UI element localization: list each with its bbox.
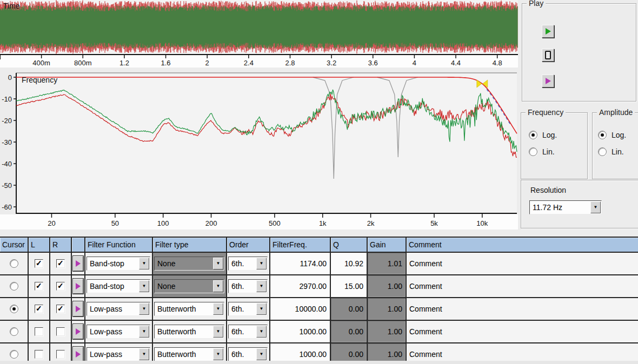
radio-icon	[598, 147, 607, 156]
left-checkbox[interactable]	[35, 282, 43, 291]
row-play-button[interactable]	[73, 347, 83, 362]
filter-freq-cell[interactable]: 2970.00	[270, 275, 331, 297]
resolution-select[interactable]: 11.72 Hz ▼	[529, 200, 602, 214]
frequency-scale-radio-log[interactable]: Log.	[529, 131, 557, 139]
play-icon-magenta	[76, 328, 81, 335]
frequency-spectrum-plot[interactable]: 0-10-20-30-40-50-6020501002005001k2k5k10…	[0, 69, 518, 231]
freq-axis-tick: 5k	[430, 219, 438, 227]
order-cell: 6th.▼	[227, 253, 270, 274]
play-icon-green	[546, 28, 551, 35]
freq-axis-tick: 500	[269, 219, 281, 227]
filter-type-select[interactable]: Butterworth▼	[154, 347, 224, 361]
row-play-button[interactable]	[73, 301, 83, 316]
frequency-scale-radio-lin[interactable]: Lin.	[529, 147, 557, 156]
filter-function-cell: Band-stop▼	[85, 253, 153, 274]
frequency-scale-radio-label: Lin.	[542, 147, 555, 156]
order-select[interactable]: 6th.▼	[228, 279, 268, 293]
comment-cell[interactable]: Comment	[407, 253, 638, 274]
right-checkbox[interactable]	[56, 282, 65, 291]
right-checkbox[interactable]	[56, 305, 65, 313]
left-checkbox[interactable]	[35, 259, 43, 268]
time-axis-tick: 2	[205, 59, 209, 67]
cursor-radio[interactable]	[10, 259, 18, 268]
chevron-down-icon: ▼	[142, 307, 147, 311]
time-waveform-plot[interactable]: 400m800m1.21.622.42.83.23.644.44.8	[0, 0, 518, 68]
q-cell[interactable]: 15.00	[331, 275, 368, 297]
filter-type-select[interactable]: Butterworth▼	[154, 302, 224, 316]
amplitude-scale-radio-lin[interactable]: Lin.	[598, 147, 626, 156]
table-row: Band-stop▼None▼6th.▼2970.0015.001.00Comm…	[0, 274, 638, 297]
left-checkbox[interactable]	[35, 327, 43, 336]
filter-function-select[interactable]: Low-pass▼	[87, 302, 150, 316]
row-play-button[interactable]	[73, 256, 83, 271]
comment-cell[interactable]: Comment	[407, 298, 638, 320]
time-plot-title: Time	[3, 2, 20, 10]
table-header-cell: Order	[227, 238, 270, 252]
filter-function-select[interactable]: Low-pass▼	[87, 325, 150, 339]
q-cell[interactable]: 0.00	[331, 321, 368, 342]
filter-function-select[interactable]: Low-pass▼	[87, 347, 150, 361]
table-header-cell: FilterFreq.	[270, 238, 331, 252]
q-cell[interactable]: 10.92	[331, 253, 368, 274]
play-filtered-button[interactable]	[542, 75, 554, 87]
row-play-cell	[72, 275, 85, 297]
filter-freq-cell[interactable]: 10000.00	[270, 298, 331, 320]
right-checkbox[interactable]	[56, 327, 65, 336]
play-icon-magenta	[76, 283, 81, 289]
filter-type-cell: Butterworth▼	[153, 298, 227, 320]
play-icon-magenta	[76, 260, 81, 267]
gain-cell[interactable]: 1.00	[368, 298, 407, 320]
left-checkbox[interactable]	[35, 350, 43, 359]
cursor-cell	[0, 321, 29, 342]
cursor-radio[interactable]	[10, 282, 18, 291]
stop-button[interactable]	[542, 49, 554, 62]
time-axis-tick: 4	[413, 59, 416, 67]
filter-type-select-value: None	[155, 259, 213, 268]
filter-type-select[interactable]: None▼	[154, 279, 224, 293]
cursor-radio[interactable]	[10, 350, 18, 359]
order-select[interactable]: 6th.▼	[228, 257, 268, 271]
filter-type-select-value: Butterworth	[155, 327, 213, 336]
chevron-down-icon: ▼	[260, 352, 264, 356]
filter-function-select[interactable]: Band-stop▼	[87, 279, 150, 293]
order-cell: 6th.▼	[227, 275, 270, 297]
gain-cell[interactable]: 1.01	[368, 253, 407, 274]
amplitude-scale-radio-log[interactable]: Log.	[598, 131, 626, 139]
freq-db-tick: -20	[2, 117, 12, 125]
order-select[interactable]: 6th.▼	[228, 302, 268, 316]
row-play-button[interactable]	[73, 279, 83, 294]
q-cell[interactable]: 0.00	[331, 298, 368, 320]
table-row: Band-stop▼None▼6th.▼1174.0010.921.01Comm…	[0, 252, 638, 274]
filter-type-select[interactable]: Butterworth▼	[154, 325, 224, 339]
freq-db-tick: -40	[2, 160, 12, 168]
row-play-cell	[72, 253, 85, 274]
gain-cell[interactable]: 1.00	[368, 275, 407, 297]
filter-type-select-value: Butterworth	[155, 305, 213, 313]
gain-cell[interactable]: 1.00	[368, 321, 407, 342]
filter-function-select[interactable]: Band-stop▼	[87, 257, 150, 271]
order-select[interactable]: 6th.▼	[228, 347, 268, 361]
order-select[interactable]: 6th.▼	[228, 325, 268, 339]
filter-type-cell: None▼	[153, 275, 227, 297]
chevron-down-icon: ▼	[216, 284, 221, 288]
time-axis-tick: 3.6	[368, 59, 378, 67]
freq-axis-tick: 100	[157, 219, 169, 227]
table-header-cell: Q	[331, 238, 368, 252]
filter-type-select[interactable]: None▼	[154, 257, 224, 271]
left-checkbox[interactable]	[35, 305, 43, 313]
filter-freq-cell[interactable]: 1174.00	[270, 253, 331, 274]
filter-freq-cell[interactable]: 1000.00	[270, 321, 331, 342]
cursor-radio[interactable]	[10, 305, 18, 313]
play-original-button[interactable]	[542, 25, 554, 38]
table-row: Low-pass▼Butterworth▼6th.▼10000.000.001.…	[0, 297, 638, 320]
right-checkbox[interactable]	[56, 259, 65, 268]
right-checkbox[interactable]	[56, 350, 65, 359]
filter-function-cell: Band-stop▼	[85, 275, 153, 297]
comment-cell[interactable]: Comment	[407, 275, 638, 297]
cursor-radio[interactable]	[10, 327, 18, 336]
time-axis-tick: 1.2	[119, 59, 129, 67]
right-channel-cell	[50, 275, 72, 297]
bottom-strip	[0, 361, 638, 364]
row-play-button[interactable]	[73, 324, 83, 339]
comment-cell[interactable]: Comment	[407, 321, 638, 342]
